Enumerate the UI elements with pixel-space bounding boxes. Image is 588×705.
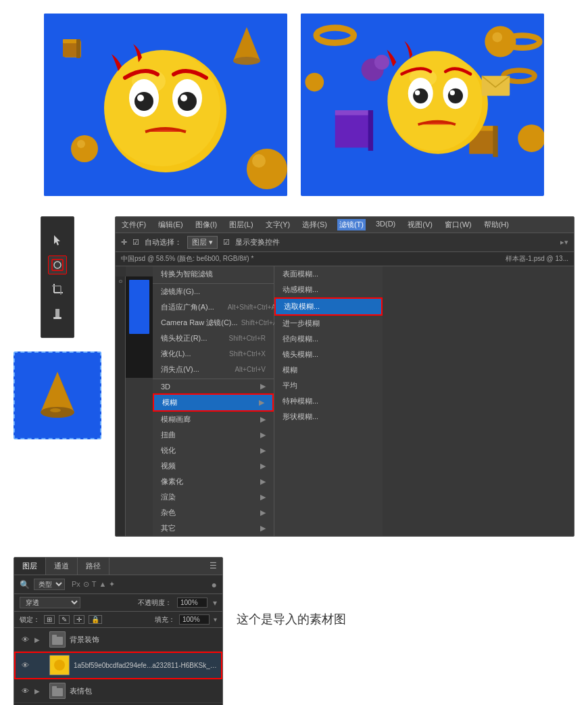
- filter-px-icon[interactable]: Px: [72, 580, 80, 589]
- cone-preview-box: [14, 351, 101, 439]
- cone-svg: [30, 368, 84, 422]
- right-image: [301, 14, 544, 196]
- filter-smart-icon[interactable]: ✦: [109, 580, 115, 589]
- submenu-blur[interactable]: 模糊: [274, 362, 383, 378]
- svg-point-32: [374, 55, 389, 70]
- expand-icon: ▸▾: [560, 238, 568, 247]
- transform-label: 显示变换控件: [235, 237, 280, 247]
- menu-blur[interactable]: 模糊 ▶: [153, 393, 274, 412]
- layer-dropdown[interactable]: 图层 ▾: [187, 236, 218, 249]
- menu-edit[interactable]: 编辑(E): [156, 219, 185, 230]
- submenu-special-blur[interactable]: 特种模糊...: [274, 393, 383, 409]
- submenu-radial-blur[interactable]: 径向模糊...: [274, 331, 383, 347]
- layer-name-filename: 1a5bf59e0bcdfad294efe...a232811-H6BKSk_f…: [74, 662, 217, 669]
- menu-help[interactable]: 帮助(H): [482, 219, 511, 230]
- svg-rect-21: [335, 114, 370, 148]
- eye-icon-emoji[interactable]: 👁: [20, 685, 30, 696]
- tab-paths[interactable]: 路径: [78, 558, 109, 575]
- menu-liquify[interactable]: 液化(L)...Shift+Ctrl+X: [153, 346, 274, 362]
- submenu-surface-blur[interactable]: 表面模糊...: [274, 266, 383, 282]
- menu-vanishing-point[interactable]: 消失点(V)...Alt+Ctrl+V: [153, 362, 274, 377]
- svg-point-7: [252, 154, 266, 168]
- tab-layers[interactable]: 图层: [14, 558, 46, 575]
- brush-tool-icon[interactable]: [48, 304, 67, 323]
- menu-render[interactable]: 渲染 ▶: [153, 489, 274, 505]
- submenu-lens-blur[interactable]: 镜头模糊...: [274, 347, 383, 362]
- lasso-tool-icon[interactable]: [48, 256, 67, 274]
- menu-sharpen[interactable]: 锐化 ▶: [153, 443, 274, 458]
- filter-dropdown-menus: 转换为智能滤镜 滤镜库(G)... 自适应广角(A)...Alt+Shift+C…: [153, 266, 574, 536]
- svg-point-57: [50, 408, 61, 412]
- menu-lens-correction[interactable]: 镜头校正(R)...Shift+Ctrl+R: [153, 331, 274, 346]
- menu-window[interactable]: 窗口(W): [443, 219, 474, 230]
- filter-text-icon[interactable]: T: [92, 580, 97, 589]
- layer-type-filter[interactable]: 类型: [34, 579, 65, 590]
- menu-camera-raw[interactable]: Camera Raw 滤镜(C)...Shift+Ctrl+A: [153, 315, 274, 331]
- layer-row-filename[interactable]: 👁 1a5bf59e0bcdfad294efe...a232811-H6BKSk…: [14, 652, 222, 679]
- svg-point-43: [415, 91, 420, 95]
- menu-video[interactable]: 视频 ▶: [153, 458, 274, 474]
- filter-icons: Px ⊙ T ▲ ✦: [72, 580, 115, 589]
- menu-pixelate[interactable]: 像素化 ▶: [153, 474, 274, 489]
- filter-adj-icon[interactable]: ⊙: [83, 580, 89, 589]
- opacity-input[interactable]: [177, 598, 207, 608]
- eye-icon-filename[interactable]: 👁: [20, 660, 30, 671]
- menu-blur-gallery[interactable]: 模糊画廊 ▶: [153, 412, 274, 427]
- menu-layer[interactable]: 图层(L): [227, 219, 255, 230]
- submenu-shape-blur[interactable]: 形状模糊...: [274, 409, 383, 424]
- ruler-canvas: 02468: [116, 266, 153, 536]
- layer-blend-row: 穿透 不透明度： ▾: [14, 594, 222, 612]
- menu-filter-gallery[interactable]: 滤镜库(G)...: [153, 283, 274, 299]
- menu-noise[interactable]: 杂色 ▶: [153, 505, 274, 520]
- eye-icon-bg-decor[interactable]: 👁: [20, 634, 30, 645]
- menu-view[interactable]: 视图(V): [406, 219, 435, 230]
- filter-toggle[interactable]: ●: [212, 579, 217, 590]
- menu-distort[interactable]: 扭曲 ▶: [153, 427, 274, 443]
- window-tab-label: 样本器-1.psd @ 13...: [506, 254, 568, 264]
- expand-arrow[interactable]: ▶: [34, 635, 45, 644]
- filter-shape-icon[interactable]: ▲: [99, 580, 107, 589]
- menu-convert-smart[interactable]: 转换为智能滤镜: [153, 266, 274, 282]
- svg-point-4: [71, 135, 98, 162]
- transform-checkbox: ☑: [223, 238, 230, 247]
- submenu-average[interactable]: 平均: [274, 378, 383, 393]
- svg-point-48: [54, 262, 61, 268]
- blend-mode-select[interactable]: 穿透: [20, 597, 80, 608]
- lock-pos-btn[interactable]: ⊞: [44, 615, 55, 624]
- svg-point-28: [492, 32, 502, 43]
- menu-other[interactable]: 其它 ▶: [153, 520, 274, 536]
- menu-text[interactable]: 文字(Y): [264, 219, 293, 230]
- lock-draw-btn[interactable]: ✎: [59, 615, 70, 624]
- svg-point-63: [54, 660, 65, 671]
- menu-filter[interactable]: 滤镜(T): [337, 219, 366, 230]
- svg-point-3: [233, 57, 260, 65]
- menu-adaptive-wide[interactable]: 自适应广角(A)...Alt+Shift+Ctrl+A: [153, 299, 274, 315]
- tab-channels[interactable]: 通道: [46, 558, 78, 575]
- submenu-further-blur[interactable]: 进一步模糊: [274, 316, 383, 331]
- lock-move-btn[interactable]: ✛: [74, 615, 84, 624]
- menu-3d-item[interactable]: 3D ▶: [153, 379, 274, 393]
- page-wrapper: 文件(F) 编辑(E) 图像(I) 图层(L) 文字(Y) 选择(S) 滤镜(T…: [0, 0, 588, 705]
- lock-all-btn[interactable]: 🔒: [89, 615, 102, 624]
- ps-menubar: 文件(F) 编辑(E) 图像(I) 图层(L) 文字(Y) 选择(S) 滤镜(T…: [116, 217, 574, 233]
- menu-select[interactable]: 选择(S): [300, 219, 329, 230]
- expand-arrow2[interactable]: ▶: [34, 686, 45, 696]
- fill-arrow: ▾: [214, 616, 217, 623]
- layer-row-bg-decor[interactable]: 👁 ▶ 背景装饰: [14, 628, 222, 652]
- menu-image[interactable]: 图像(I): [193, 219, 219, 230]
- search-icon: 🔍: [20, 580, 30, 589]
- menu-file[interactable]: 文件(F): [120, 219, 148, 230]
- middle-section: 文件(F) 编辑(E) 图像(I) 图层(L) 文字(Y) 选择(S) 滤镜(T…: [14, 216, 574, 537]
- panel-menu-btn[interactable]: ☰: [204, 558, 222, 575]
- menu-3d[interactable]: 3D(D): [374, 219, 397, 230]
- crop-tool-icon[interactable]: [48, 280, 67, 299]
- move-tool-icon[interactable]: [48, 231, 67, 250]
- fill-input[interactable]: [179, 614, 210, 625]
- layers-section: 图层 通道 路径 ☰ 🔍 类型 Px ⊙ T ▲ ✦ ●: [14, 557, 574, 705]
- layers-tabs: 图层 通道 路径 ☰: [14, 558, 222, 575]
- submenu-selection-blur[interactable]: 选取模糊...: [274, 297, 383, 316]
- submenu-motion-blur[interactable]: 动感模糊...: [274, 282, 383, 297]
- ruler-left: 02468: [116, 276, 126, 536]
- layer-lock-row: 锁定： ⊞ ✎ ✛ 🔒 填充： ▾: [14, 612, 222, 628]
- layer-row-emoji-pack[interactable]: 👁 ▶ 表情包: [14, 679, 222, 703]
